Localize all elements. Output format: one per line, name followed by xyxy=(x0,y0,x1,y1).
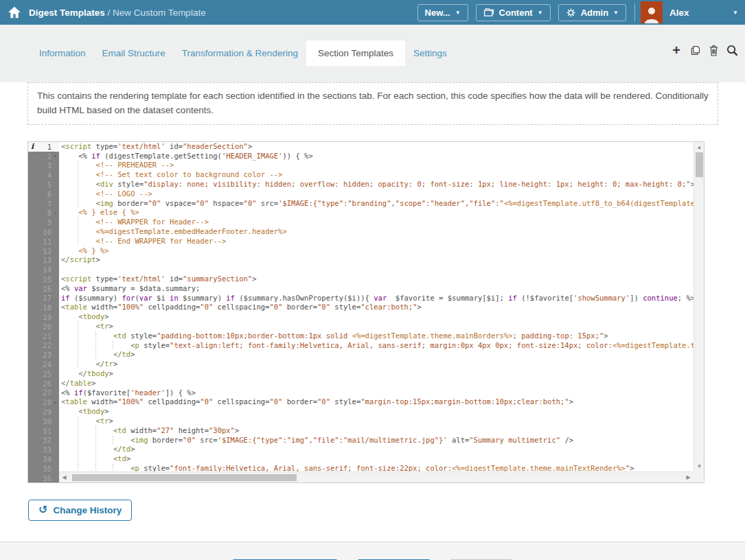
code-line-12[interactable]: <% } %> xyxy=(61,246,694,256)
breadcrumb-primary[interactable]: Digest Templates xyxy=(29,8,105,18)
code-line-15[interactable]: <script type='text/html' id="summarySect… xyxy=(61,275,694,284)
gutter-line-31: 31 xyxy=(28,426,59,436)
code-line-10[interactable]: <%=digestTemplate.embedHeaderFooter.head… xyxy=(61,227,694,237)
fold-arrow-icon[interactable]: ▾ xyxy=(51,210,59,216)
gutter-line-21: 21 xyxy=(28,331,59,341)
code-line-27[interactable]: <% if($favorite['header']) { %> xyxy=(61,388,694,398)
user-name: Alex xyxy=(669,8,689,18)
code-line-20[interactable]: <tr> xyxy=(61,322,694,331)
tab-bar: InformationEmail StructureTransformation… xyxy=(0,25,745,66)
delete-icon[interactable] xyxy=(707,44,720,56)
code-line-7[interactable]: <img border="0" vspace="0" hspace="0" sr… xyxy=(61,199,694,209)
new-menu-button[interactable]: New... ▼ xyxy=(417,4,468,21)
top-navigation-bar: Digest Templates / New Custom Template N… xyxy=(0,0,745,25)
code-line-3[interactable]: <!-- PREHEADER --> xyxy=(61,161,694,170)
search-icon[interactable] xyxy=(726,44,738,56)
scroll-right-arrow-icon[interactable]: ▶ xyxy=(684,472,693,482)
change-history-button[interactable]: ↺ Change History xyxy=(28,500,132,521)
admin-menu-button[interactable]: Admin ▼ xyxy=(558,4,626,21)
gutter-line-30: 30 xyxy=(28,417,59,426)
gutter-line-5: 5 xyxy=(28,180,59,189)
person-icon xyxy=(643,5,660,23)
gutter-line-11: 11 xyxy=(28,237,59,246)
code-line-14[interactable] xyxy=(61,265,694,275)
gear-icon xyxy=(566,8,576,18)
editor-gutter: i12▾345678▾91011121314151617181920212223… xyxy=(28,142,59,482)
code-line-4[interactable]: <!-- Set text color to background color … xyxy=(61,170,694,180)
code-line-19[interactable]: <tbody> xyxy=(61,312,694,322)
scroll-down-arrow-icon[interactable]: ▼ xyxy=(694,462,704,471)
content-menu-label: Content xyxy=(499,8,533,18)
code-line-26[interactable]: </table> xyxy=(61,379,694,388)
code-line-22[interactable]: <p style="text-align:left; font-family:H… xyxy=(61,341,694,351)
code-line-29[interactable]: <tbody> xyxy=(61,407,694,417)
change-history-label: Change History xyxy=(53,505,122,515)
description-note: This contains the rendering template for… xyxy=(27,82,718,125)
horizontal-scroll-thumb[interactable] xyxy=(72,474,297,481)
code-line-33[interactable]: </td> xyxy=(61,445,694,454)
gutter-line-34: 34 xyxy=(28,454,59,464)
code-line-28[interactable]: <table width="100%" cellpadding="0" cell… xyxy=(61,397,694,407)
tab-email-structure[interactable]: Email Structure xyxy=(94,40,174,66)
tab-transformation-rendering[interactable]: Transformation & Rendering xyxy=(174,40,306,66)
gutter-line-26: 26 xyxy=(28,379,59,388)
code-line-21[interactable]: <td style="padding-bottom:10px;border-bo… xyxy=(61,331,694,341)
vertical-scroll-thumb[interactable] xyxy=(696,152,703,177)
tab-section-templates[interactable]: Section Templates xyxy=(306,40,405,66)
gutter-line-25: 25 xyxy=(28,369,59,379)
code-line-17[interactable]: if ($summary) for(var $i in $summary) if… xyxy=(61,294,694,303)
code-line-8[interactable]: <% } else { %> xyxy=(61,208,694,218)
code-editor[interactable]: i12▾345678▾91011121314151617181920212223… xyxy=(27,141,704,483)
gutter-line-9: 9 xyxy=(28,218,59,227)
new-menu-label: New... xyxy=(425,8,450,18)
chevron-down-icon: ▼ xyxy=(538,10,543,16)
gutter-line-17: 17 xyxy=(28,294,59,303)
vertical-scrollbar[interactable]: ▲ ▼ xyxy=(694,142,704,471)
scroll-left-arrow-icon[interactable]: ◀ xyxy=(60,472,69,482)
gutter-line-4: 4 xyxy=(28,170,59,180)
gutter-line-7: 7 xyxy=(28,199,59,209)
user-menu[interactable]: Alex ▼ xyxy=(641,1,738,23)
code-line-30[interactable]: <tr> xyxy=(61,417,694,426)
gutter-line-20: 20 xyxy=(28,322,59,331)
code-line-24[interactable]: </tr> xyxy=(61,360,694,369)
breadcrumb-separator: / xyxy=(108,8,111,18)
annotation-info-icon: i xyxy=(31,142,34,151)
gutter-line-33: 33 xyxy=(28,445,59,454)
gutter-line-19: 19 xyxy=(28,312,59,322)
code-line-23[interactable]: </td> xyxy=(61,350,694,360)
code-line-1[interactable]: <script type='text/html' id="headerSecti… xyxy=(61,142,694,152)
gutter-line-16: 16 xyxy=(28,284,59,294)
code-line-18[interactable]: <table width="100%" cellpadding="0" cell… xyxy=(61,303,694,312)
gutter-line-29: 29 xyxy=(28,407,59,417)
admin-menu-label: Admin xyxy=(581,8,608,18)
gutter-line-27: 27 xyxy=(28,388,59,398)
gutter-line-28: 28▾ xyxy=(28,397,59,407)
editor-code-area[interactable]: <script type='text/html' id="headerSecti… xyxy=(59,142,694,482)
scroll-up-arrow-icon[interactable]: ▲ xyxy=(694,143,704,152)
tab-information[interactable]: Information xyxy=(31,40,94,66)
gutter-line-10: 10 xyxy=(28,227,59,237)
code-line-6[interactable]: <!-- LOGO --> xyxy=(61,189,694,199)
code-line-31[interactable]: <td width="27" height="30px"> xyxy=(61,426,694,436)
code-line-9[interactable]: <!-- WRAPPER for Header--> xyxy=(61,218,694,227)
chevron-down-icon: ▼ xyxy=(733,10,738,16)
code-line-13[interactable]: </script> xyxy=(61,255,694,265)
code-line-11[interactable]: <!-- End WRAPPER for Header--> xyxy=(61,237,694,246)
section-templates-panel: This contains the rendering template for… xyxy=(0,82,745,541)
code-line-34[interactable]: <td> xyxy=(61,454,694,464)
fold-arrow-icon[interactable]: ▾ xyxy=(51,399,59,406)
tab-settings[interactable]: Settings xyxy=(405,40,455,66)
content-menu-button[interactable]: Content ▼ xyxy=(476,4,551,21)
add-icon[interactable]: + xyxy=(670,44,683,56)
home-icon[interactable] xyxy=(5,3,23,21)
code-line-2[interactable]: <% if (digestTemplate.getSetting('HEADER… xyxy=(61,152,694,161)
code-line-16[interactable]: <% var $summary = $data.summary; xyxy=(61,284,694,294)
horizontal-scrollbar[interactable]: ◀ ▶ xyxy=(59,471,694,482)
copy-icon[interactable] xyxy=(689,44,701,56)
code-line-5[interactable]: <div style="display: none; visibility: h… xyxy=(61,180,694,189)
gutter-line-3: 3 xyxy=(28,161,59,170)
code-line-32[interactable]: <img border="0" src='$IMAGE:{"type":"img… xyxy=(61,436,694,445)
code-line-25[interactable]: </tbody> xyxy=(61,369,694,379)
fold-arrow-icon[interactable]: ▾ xyxy=(51,153,59,159)
